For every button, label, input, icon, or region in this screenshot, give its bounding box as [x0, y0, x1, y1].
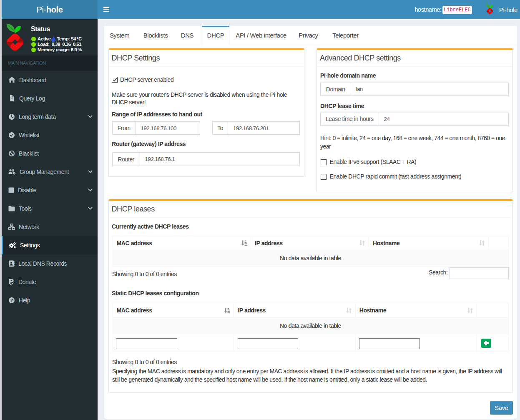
svg-text:?: ? [10, 297, 13, 302]
